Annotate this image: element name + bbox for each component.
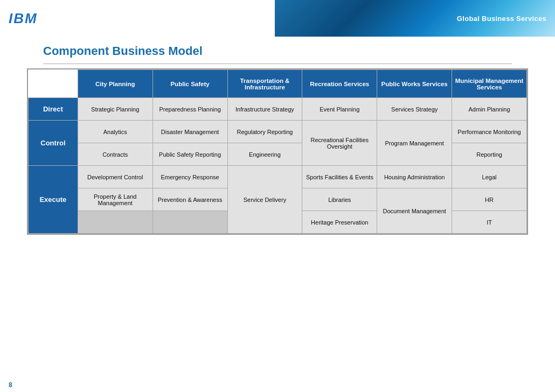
header-title: Global Business Services bbox=[457, 15, 546, 23]
cell-direct-city-planning: Strategic Planning bbox=[78, 98, 152, 121]
page-title: Component Business Model bbox=[0, 37, 555, 64]
cell-direct-municipal: Admin Planning bbox=[452, 98, 527, 121]
empty-header bbox=[29, 70, 78, 98]
cell-execute-recreation-3: Heritage Preservation bbox=[302, 211, 377, 234]
cell-execute-city-planning-1: Development Control bbox=[78, 166, 152, 188]
divider bbox=[43, 64, 512, 64]
cell-execute-public-safety-3-empty bbox=[152, 211, 227, 234]
execute-row-1: Execute Development Control Emergency Re… bbox=[29, 166, 527, 188]
cell-execute-public-works-2: Document Management bbox=[377, 188, 452, 234]
cell-direct-public-works: Services Strategy bbox=[377, 98, 452, 121]
cell-direct-transport: Infrastructure Strategy bbox=[227, 98, 302, 121]
direct-row: Direct Strategic Planning Preparedness P… bbox=[29, 98, 527, 121]
cell-control-transport-2: Engineering bbox=[227, 143, 302, 166]
col-header-recreation: Recreation Services bbox=[302, 70, 377, 98]
cell-control-municipal-2: Reporting bbox=[452, 143, 527, 166]
cell-direct-public-safety: Preparedness Planning bbox=[152, 98, 227, 121]
col-header-transport: Transportation & Infrastructure bbox=[227, 70, 302, 98]
cell-execute-public-safety-2: Prevention & Awareness bbox=[152, 188, 227, 211]
cell-execute-public-safety-1: Emergency Response bbox=[152, 166, 227, 188]
col-header-public-works: Public Works Services bbox=[377, 70, 452, 98]
control-row-2: Contracts Public Safety Reporting Engine… bbox=[29, 143, 527, 166]
cell-control-transport-1: Regulatory Reporting bbox=[227, 121, 302, 143]
column-header-row: City Planning Public Safety Transportati… bbox=[29, 70, 527, 98]
cell-control-municipal-1: Performance Monitoring bbox=[452, 121, 527, 143]
cell-control-city-planning-1: Analytics bbox=[78, 121, 152, 143]
footer-page-number: 8 bbox=[9, 381, 12, 389]
control-row-1: Control Analytics Disaster Management Re… bbox=[29, 121, 527, 143]
direct-label: Direct bbox=[29, 98, 78, 121]
ibm-logo-text: IBM bbox=[9, 10, 38, 27]
cell-execute-transport: Service Delivery bbox=[227, 166, 302, 234]
control-label: Control bbox=[29, 121, 78, 166]
component-business-model-table: City Planning Public Safety Transportati… bbox=[27, 68, 528, 235]
ibm-logo: IBM bbox=[9, 10, 38, 27]
header: IBM Global Business Services bbox=[0, 0, 555, 37]
cell-execute-city-planning-3-empty bbox=[78, 211, 152, 234]
col-header-public-safety: Public Safety bbox=[152, 70, 227, 98]
cell-direct-recreation: Event Planning bbox=[302, 98, 377, 121]
cell-execute-recreation-2: Libraries bbox=[302, 188, 377, 211]
cell-control-public-safety-2: Public Safety Reporting bbox=[152, 143, 227, 166]
col-header-municipal: Municipal Management Services bbox=[452, 70, 527, 98]
cell-control-recreation: Recreational Facilities Oversight bbox=[302, 121, 377, 166]
cell-execute-municipal-2: HR bbox=[452, 188, 527, 211]
col-header-city-planning: City Planning bbox=[78, 70, 152, 98]
cell-execute-public-works-1: Housing Administration bbox=[377, 166, 452, 188]
cell-control-public-safety-1: Disaster Management bbox=[152, 121, 227, 143]
cell-execute-municipal-3: IT bbox=[452, 211, 527, 234]
cell-execute-municipal-1: Legal bbox=[452, 166, 527, 188]
cell-execute-recreation-1: Sports Facilities & Events bbox=[302, 166, 377, 188]
cell-control-public-works: Program Management bbox=[377, 121, 452, 166]
cell-control-city-planning-2: Contracts bbox=[78, 143, 152, 166]
execute-label: Execute bbox=[29, 166, 78, 234]
cell-execute-city-planning-2: Property & Land Management bbox=[78, 188, 152, 211]
